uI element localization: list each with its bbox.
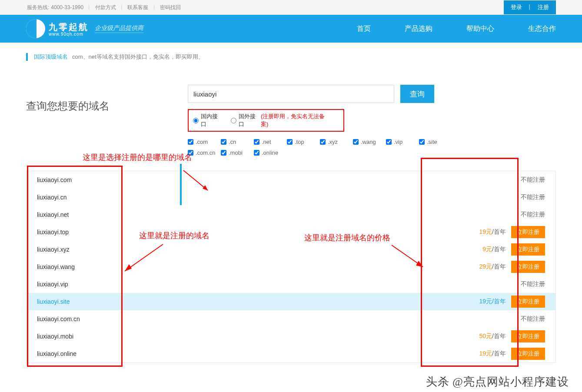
- tld-checkbox-input[interactable]: [254, 150, 259, 156]
- find-password-link[interactable]: 密码找回: [160, 4, 181, 10]
- tld-checkbox-cn[interactable]: .cn: [221, 139, 254, 145]
- result-row: liuxiaoyi.cn不能注册: [27, 189, 555, 206]
- tld-checkbox-input[interactable]: [287, 139, 293, 145]
- result-price: 50元/首年: [479, 332, 506, 340]
- result-domain: liuxiaoyi.com: [37, 176, 72, 183]
- logo-slogan: 企业级产品提供商: [95, 24, 143, 33]
- result-domain: liuxiaoyi.xyz: [37, 246, 70, 253]
- notice-desc: com、net等域名支持国外接口，免实名，即买即用。: [72, 53, 204, 61]
- result-domain: liuxiaoyi.online: [37, 350, 76, 357]
- result-domain: liuxiaoyi.vip: [37, 281, 68, 288]
- radio-overseas[interactable]: 国外接口(注册即用，免实名无法备案): [231, 113, 331, 128]
- result-row: liuxiaoyi.site19元/首年立即注册: [27, 293, 555, 310]
- result-row: liuxiaoyi.wang29元/首年立即注册: [27, 258, 555, 276]
- result-row: liuxiaoyi.com不能注册: [27, 171, 555, 189]
- logo-title: 九零起航: [49, 22, 89, 32]
- nav-help[interactable]: 帮助中心: [466, 24, 494, 33]
- tld-checkbox-input[interactable]: [188, 139, 193, 145]
- nav-eco[interactable]: 生态合作: [528, 24, 556, 33]
- hotline-number: 4000-33-1990: [51, 4, 83, 10]
- result-row: liuxiaoyi.mobi50元/首年立即注册: [27, 328, 555, 345]
- register-button[interactable]: 立即注册: [511, 261, 545, 273]
- result-row: liuxiaoyi.com.cn不能注册: [27, 310, 555, 328]
- result-row: liuxiaoyi.vip不能注册: [27, 276, 555, 293]
- logo-icon: [26, 19, 45, 38]
- hotline-label: 服务热线:: [27, 4, 49, 10]
- result-domain: liuxiaoyi.net: [37, 211, 69, 218]
- notice-bar-icon: [26, 53, 28, 61]
- tld-checkbox-site[interactable]: .site: [419, 139, 452, 145]
- logo-subtitle: www.90qh.com: [49, 32, 89, 37]
- result-domain: liuxiaoyi.top: [37, 229, 69, 236]
- tld-checkbox-wang[interactable]: .wang: [353, 139, 386, 145]
- domain-search-input[interactable]: [188, 85, 394, 103]
- result-unavailable-label: 不能注册: [521, 315, 545, 323]
- interface-selector: 国内接口 国外接口(注册即用，免实名无法备案): [188, 109, 344, 132]
- result-unavailable-label: 不能注册: [521, 176, 545, 184]
- tld-checkbox-online[interactable]: .online: [254, 149, 287, 156]
- domain-results-list: liuxiaoyi.com不能注册liuxiaoyi.cn不能注册liuxiao…: [26, 171, 556, 363]
- result-price: 19元/首年: [479, 298, 506, 306]
- watermark-text: 头杀 @亮点网站小程序建设: [426, 374, 569, 389]
- auth-box: 登录 丨 注册: [504, 0, 556, 14]
- result-row: liuxiaoyi.xyz9元/首年立即注册: [27, 241, 555, 258]
- tld-checkbox-block: .com.cn.net.top.xyz.wang.vip.site .com.c…: [188, 139, 556, 156]
- nav-home[interactable]: 首页: [357, 24, 371, 33]
- search-button[interactable]: 查询: [400, 85, 434, 103]
- tld-checkbox-input[interactable]: [254, 139, 259, 145]
- top-utility-bar: 服务热线:4000-33-1990 丨 付款方式 丨 联系客服 丨 密码找回 登…: [0, 0, 582, 15]
- topbar-left: 服务热线:4000-33-1990 丨 付款方式 丨 联系客服 丨 密码找回: [26, 4, 182, 11]
- nav-product[interactable]: 产品选购: [405, 24, 432, 33]
- tld-checkbox-input[interactable]: [221, 150, 226, 156]
- result-price: 19元/首年: [479, 350, 506, 358]
- result-domain: liuxiaoyi.wang: [37, 263, 75, 270]
- result-row: liuxiaoyi.net不能注册: [27, 206, 555, 223]
- annotation-prices: 这里就是注册域名的价格: [304, 233, 390, 243]
- tld-checkbox-vip[interactable]: .vip: [386, 139, 419, 145]
- result-price: 29元/首年: [479, 263, 506, 271]
- tld-checkbox-mobi[interactable]: .mobi: [221, 149, 254, 156]
- result-domain: liuxiaoyi.mobi: [37, 333, 73, 340]
- annotation-interface: 这里是选择注册的是哪里的域名: [83, 152, 192, 163]
- radio-overseas-input[interactable]: [231, 118, 236, 123]
- result-unavailable-label: 不能注册: [521, 193, 545, 201]
- tld-checkbox-net[interactable]: .net: [254, 139, 287, 145]
- radio-domestic[interactable]: 国内接口: [193, 113, 223, 128]
- logo[interactable]: 九零起航 www.90qh.com 企业级产品提供商: [26, 19, 143, 38]
- register-button[interactable]: 立即注册: [511, 243, 545, 256]
- register-link[interactable]: 注册: [538, 4, 549, 10]
- result-row: liuxiaoyi.online19元/首年立即注册: [27, 345, 555, 362]
- tld-checkbox-input[interactable]: [386, 139, 392, 145]
- search-heading: 查询您想要的域名: [26, 99, 110, 113]
- result-row: liuxiaoyi.top19元/首年立即注册: [27, 223, 555, 241]
- result-unavailable-label: 不能注册: [521, 280, 545, 288]
- register-button[interactable]: 立即注册: [511, 330, 545, 342]
- result-unavailable-label: 不能注册: [521, 211, 545, 219]
- login-link[interactable]: 登录: [511, 4, 522, 10]
- tld-checkbox-comcn[interactable]: .com.cn: [188, 149, 221, 156]
- main-navbar: 九零起航 www.90qh.com 企业级产品提供商 首页 产品选购 帮助中心 …: [0, 15, 582, 43]
- contact-link[interactable]: 联系客服: [127, 4, 148, 10]
- notice-line: 国际顶级域名 com、net等域名支持国外接口，免实名，即买即用。: [26, 53, 556, 61]
- result-domain: liuxiaoyi.site: [37, 298, 70, 305]
- tld-checkbox-input[interactable]: [320, 139, 326, 145]
- result-domain: liuxiaoyi.com.cn: [37, 316, 80, 322]
- register-button[interactable]: 立即注册: [511, 348, 545, 360]
- annotation-domains: 这里就是注册的域名: [139, 230, 210, 241]
- tld-checkbox-xyz[interactable]: .xyz: [320, 139, 353, 145]
- tld-checkbox-input[interactable]: [353, 139, 359, 145]
- result-domain: liuxiaoyi.cn: [37, 194, 67, 201]
- tld-checkbox-com[interactable]: .com: [188, 139, 221, 145]
- notice-title: 国际顶级域名: [34, 53, 68, 61]
- tld-checkbox-top[interactable]: .top: [287, 139, 320, 145]
- result-price: 9元/首年: [482, 246, 506, 253]
- radio-domestic-input[interactable]: [193, 118, 199, 123]
- tld-checkbox-input[interactable]: [221, 139, 226, 145]
- vertical-accent-bar: [180, 164, 182, 205]
- register-button[interactable]: 立即注册: [511, 226, 545, 238]
- payment-link[interactable]: 付款方式: [95, 4, 116, 10]
- result-price: 19元/首年: [479, 228, 506, 236]
- nav-links: 首页 产品选购 帮助中心 生态合作: [323, 24, 556, 33]
- register-button[interactable]: 立即注册: [511, 296, 545, 308]
- tld-checkbox-input[interactable]: [419, 139, 425, 145]
